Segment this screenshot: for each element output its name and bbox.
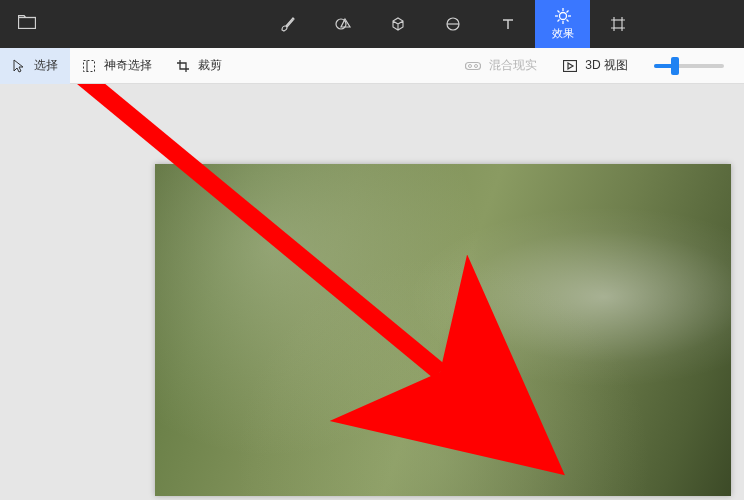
top-tools-group: 效果 — [260, 0, 645, 48]
svg-point-3 — [559, 12, 566, 19]
top-toolbar: 效果 — [0, 0, 744, 48]
zoom-slider-thumb[interactable] — [671, 57, 679, 75]
crop-tool-label: 裁剪 — [198, 57, 222, 74]
svg-line-10 — [566, 10, 568, 12]
view-3d-button[interactable]: 3D 视图 — [555, 48, 636, 84]
canvas-area[interactable] — [0, 84, 744, 500]
select-tool-label: 选择 — [34, 57, 58, 74]
svg-rect-12 — [614, 20, 622, 28]
shapes-3d-tool[interactable] — [370, 0, 425, 48]
stickers-tool[interactable] — [425, 0, 480, 48]
svg-rect-17 — [564, 60, 577, 71]
shapes-2d-tool[interactable] — [315, 0, 370, 48]
magic-select-tool-label: 神奇选择 — [104, 57, 152, 74]
svg-point-15 — [469, 64, 472, 67]
view-3d-label: 3D 视图 — [585, 57, 628, 74]
svg-line-9 — [566, 19, 568, 21]
menu-folder-icon[interactable] — [18, 15, 36, 33]
brush-tool[interactable] — [260, 0, 315, 48]
sub-toolbar: 选择 神奇选择 裁剪 混合现实 3D 视图 — [0, 48, 744, 84]
svg-line-8 — [557, 10, 559, 12]
svg-rect-13 — [84, 60, 95, 71]
svg-point-16 — [475, 64, 478, 67]
canvas-image[interactable] — [155, 164, 731, 496]
crop-tool[interactable]: 裁剪 — [164, 48, 234, 84]
sub-toolbar-right: 混合现实 3D 视图 — [457, 48, 744, 84]
text-tool[interactable] — [480, 0, 535, 48]
effects-tool-label: 效果 — [552, 26, 574, 41]
zoom-slider[interactable] — [654, 64, 724, 68]
svg-rect-14 — [466, 62, 481, 69]
magic-select-tool[interactable]: 神奇选择 — [70, 48, 164, 84]
svg-line-11 — [557, 19, 559, 21]
zoom-control — [646, 64, 724, 68]
effects-tool[interactable]: 效果 — [535, 0, 590, 48]
mixed-reality-label: 混合现实 — [489, 57, 537, 74]
canvas-tool[interactable] — [590, 0, 645, 48]
svg-rect-0 — [19, 18, 36, 29]
mixed-reality-button: 混合现实 — [457, 48, 545, 84]
select-tool[interactable]: 选择 — [0, 48, 70, 84]
